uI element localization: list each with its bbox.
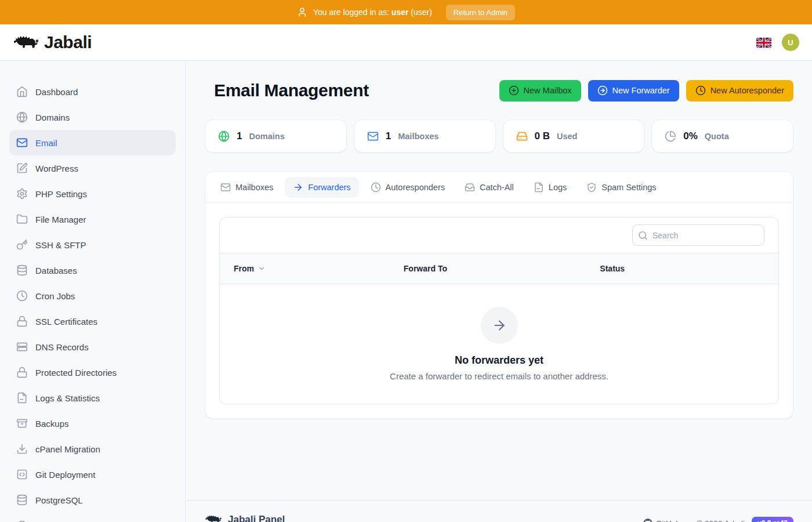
impersonated-role: (user) xyxy=(411,8,432,17)
pie-chart-icon xyxy=(665,130,676,142)
tab-autoresponders[interactable]: Autoresponders xyxy=(362,177,453,198)
inbox-icon xyxy=(465,182,475,193)
stat-card-mailboxes: 1 Mailboxes xyxy=(354,119,496,153)
key-icon xyxy=(16,239,28,251)
new-forwarder-label: New Forwarder xyxy=(612,86,670,95)
sidebar-nav: Dashboard Domains Email WordPress PHP Se… xyxy=(0,61,186,522)
footer-brand-name: Jabali Panel xyxy=(228,514,285,522)
gear-icon xyxy=(16,188,28,200)
search-input[interactable] xyxy=(632,224,764,246)
download-icon xyxy=(16,443,28,455)
logged-in-message: You are logged in as: user (user) xyxy=(313,8,432,17)
tab-label: Catch-All xyxy=(480,183,514,192)
tab-label: Forwarders xyxy=(308,183,350,192)
sidebar-item-label: Logs & Statistics xyxy=(35,393,100,403)
sidebar-item-postgresql[interactable]: PostgreSQL xyxy=(9,487,176,513)
table-header: From Forward To Status xyxy=(220,253,778,284)
sidebar-item-label: SSH & SFTP xyxy=(35,240,86,250)
stat-card-quota: 0% Quota xyxy=(651,119,793,153)
sidebar-item-dns-records[interactable]: DNS Records xyxy=(9,334,176,360)
server-icon xyxy=(16,341,28,353)
hard-drive-icon xyxy=(516,130,528,142)
sidebar-item-databases[interactable]: Databases xyxy=(9,258,176,283)
version-badge: v0.9-rc42 xyxy=(752,517,793,522)
separator-dot: · xyxy=(687,519,690,522)
search-icon xyxy=(638,230,648,240)
archive-icon xyxy=(16,418,28,429)
sidebar-item-label: Databases xyxy=(35,266,77,276)
sidebar-item-email[interactable]: Email xyxy=(9,130,176,155)
sidebar-item-dashboard[interactable]: Dashboard xyxy=(9,79,176,104)
user-icon xyxy=(297,7,307,17)
file-text-icon xyxy=(534,182,544,193)
github-link[interactable]: GitHub xyxy=(643,519,680,522)
sidebar-item-cron-jobs[interactable]: Cron Jobs xyxy=(9,283,176,309)
mail-icon xyxy=(367,130,379,142)
sidebar-item-label: Dashboard xyxy=(35,87,78,97)
shield-check-icon xyxy=(586,182,597,193)
lock-icon xyxy=(16,316,28,327)
sidebar-item-logs-statistics[interactable]: Logs & Statistics xyxy=(9,385,176,411)
sidebar-item-label: Domains xyxy=(35,113,70,122)
sidebar-item-label: DNS Records xyxy=(35,342,89,352)
email-panel: Mailboxes Forwarders Autoresponders Catc… xyxy=(205,171,793,419)
sidebar-item-domains[interactable]: Domains xyxy=(9,104,176,130)
brand-home-link[interactable]: Jabali xyxy=(13,32,92,53)
file-text-icon xyxy=(16,392,28,404)
brand-name: Jabali xyxy=(44,32,92,52)
globe-icon xyxy=(16,111,28,123)
circle-icon xyxy=(16,520,28,522)
mail-icon xyxy=(16,137,28,148)
sidebar-item-git-deployment[interactable]: Git Deployment xyxy=(9,462,176,487)
github-label: GitHub xyxy=(656,519,680,522)
impersonated-username: user xyxy=(392,8,409,17)
sidebar-item-cpanel-migration[interactable]: cPanel Migration xyxy=(9,436,176,462)
sidebar-item-label: PHP Settings xyxy=(35,189,87,199)
column-header-forward-to: Forward To xyxy=(404,264,600,273)
empty-state-title: No forwarders yet xyxy=(455,354,543,367)
sidebar-item-php-settings[interactable]: PHP Settings xyxy=(9,181,176,206)
tab-label: Autoresponders xyxy=(386,183,445,192)
new-mailbox-button[interactable]: New Mailbox xyxy=(499,80,581,102)
sidebar-item-label: cPanel Migration xyxy=(35,444,100,454)
new-autoresponder-button[interactable]: New Autoresponder xyxy=(686,80,793,102)
stat-value: 1 xyxy=(386,130,391,142)
app-header: Jabali U xyxy=(0,24,812,61)
sidebar-item-file-manager[interactable]: File Manager xyxy=(9,206,176,232)
user-avatar[interactable]: U xyxy=(782,34,799,51)
sidebar-item-ssh-sftp[interactable]: SSH & SFTP xyxy=(9,232,176,258)
tab-spam-settings[interactable]: Spam Settings xyxy=(578,177,664,198)
stat-label: Mailboxes xyxy=(398,132,438,141)
tab-logs[interactable]: Logs xyxy=(525,177,575,198)
new-forwarder-button[interactable]: New Forwarder xyxy=(588,80,679,102)
tab-catch-all[interactable]: Catch-All xyxy=(456,177,522,198)
stat-label: Domains xyxy=(249,132,284,141)
sidebar-item-label: Git Deployment xyxy=(35,470,95,480)
clock-icon xyxy=(16,290,28,302)
code-square-icon xyxy=(16,469,28,480)
sidebar-item-backups[interactable]: Backups xyxy=(9,411,176,436)
arrow-right-icon xyxy=(481,307,518,344)
folder-icon xyxy=(16,213,28,225)
database-icon xyxy=(16,264,28,276)
column-header-from[interactable]: From xyxy=(234,264,404,273)
uk-flag-icon[interactable] xyxy=(756,38,771,48)
column-header-status: Status xyxy=(600,264,764,273)
impersonation-bar: You are logged in as: user (user) Return… xyxy=(0,0,812,24)
new-autoresponder-label: New Autoresponder xyxy=(710,86,784,95)
boar-logo-icon xyxy=(13,32,39,53)
tab-label: Spam Settings xyxy=(601,183,656,192)
arrow-right-circle-icon xyxy=(597,85,608,96)
tab-mailboxes[interactable]: Mailboxes xyxy=(212,177,281,198)
plus-circle-icon xyxy=(509,85,519,96)
sidebar-item-label: File Manager xyxy=(35,215,86,224)
sidebar-item-protected-directories[interactable]: Protected Directories xyxy=(9,360,176,385)
tab-forwarders[interactable]: Forwarders xyxy=(285,177,358,198)
sidebar-item-wordpress[interactable]: WordPress xyxy=(9,155,176,181)
github-icon xyxy=(643,519,652,522)
database-icon xyxy=(16,494,28,506)
return-to-admin-button[interactable]: Return to Admin xyxy=(446,5,515,20)
clock-icon xyxy=(371,182,381,193)
sidebar-item-ssl-certificates[interactable]: SSL Certificates xyxy=(9,309,176,334)
sidebar-item-partial[interactable] xyxy=(9,513,176,522)
